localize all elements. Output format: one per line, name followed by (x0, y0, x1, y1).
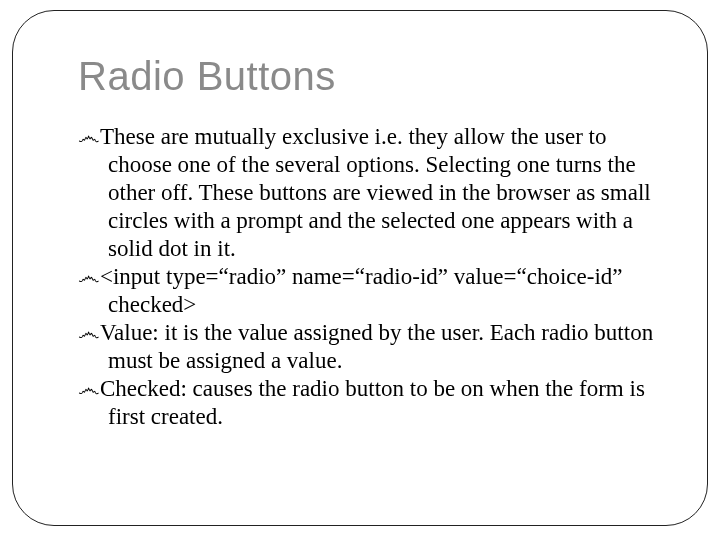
slide-content: Radio Buttons ෴These are mutually exclus… (78, 54, 660, 432)
list-item: ෴Value: it is the value assigned by the … (78, 319, 660, 375)
bullet-icon: ෴ (78, 124, 100, 149)
slide-title: Radio Buttons (78, 54, 660, 99)
list-item: ෴<input type=“radio” name=“radio-id” val… (78, 263, 660, 319)
list-item: ෴Checked: causes the radio button to be … (78, 375, 660, 431)
bullet-icon: ෴ (78, 264, 100, 289)
list-item: ෴These are mutually exclusive i.e. they … (78, 123, 660, 263)
bullet-list: ෴These are mutually exclusive i.e. they … (78, 123, 660, 432)
bullet-icon: ෴ (78, 320, 100, 345)
list-item-text: These are mutually exclusive i.e. they a… (100, 124, 651, 261)
bullet-icon: ෴ (78, 376, 100, 401)
slide: Radio Buttons ෴These are mutually exclus… (0, 0, 720, 540)
list-item-text: Value: it is the value assigned by the u… (100, 320, 653, 373)
list-item-text: Checked: causes the radio button to be o… (100, 376, 645, 429)
list-item-text: <input type=“radio” name=“radio-id” valu… (100, 264, 623, 317)
